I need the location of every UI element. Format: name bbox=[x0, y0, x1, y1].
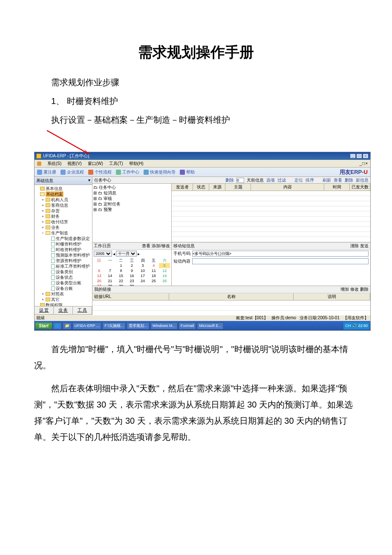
msg-options-button[interactable]: 选项 bbox=[266, 177, 275, 183]
taskbar-item[interactable]: Foxmail bbox=[179, 322, 196, 330]
tree-basic-archive[interactable]: 基础档案 bbox=[35, 191, 91, 197]
links-col-url[interactable]: 链接URL bbox=[92, 293, 169, 300]
mdi-minimize-button[interactable]: _ bbox=[360, 161, 362, 166]
links-col-desc[interactable]: 说明 bbox=[294, 293, 370, 300]
task-node-alert[interactable]: ⊞ 🗀 预警 bbox=[93, 207, 170, 212]
tree-std-process[interactable]: 标准工序资料维护 bbox=[46, 263, 91, 269]
menu-tools[interactable]: 工具(T) bbox=[109, 161, 123, 167]
month-select[interactable]: 十一月 bbox=[116, 251, 137, 257]
mdi-close-button[interactable]: × bbox=[365, 161, 368, 166]
tree-finance[interactable]: +财务 bbox=[41, 214, 91, 219]
tree-time-fence[interactable]: 时栅资料维护 bbox=[46, 241, 91, 247]
tree-inventory[interactable]: +存货 bbox=[41, 208, 91, 214]
tree-resource[interactable]: 资源资料维护 bbox=[46, 258, 91, 263]
taskbar-item[interactable]: Windows M... bbox=[150, 322, 178, 330]
calendar-view-button[interactable]: 查看 bbox=[142, 243, 150, 248]
days-input[interactable] bbox=[236, 178, 244, 183]
col-status[interactable]: 状态 bbox=[193, 184, 209, 191]
calendar-addmod-button[interactable]: 添加/修改 bbox=[152, 243, 170, 248]
msg-delete-button[interactable]: 删除 bbox=[225, 177, 234, 183]
task-node-scheduled[interactable]: ⊞ 🗀 定时任务 bbox=[93, 201, 170, 207]
system-tray[interactable]: CH 🔊 22:50 bbox=[343, 322, 369, 330]
task-node-approval[interactable]: ⊞ 🗀 审核 bbox=[93, 196, 170, 201]
taskbar-item[interactable]: Microsoft E... bbox=[197, 322, 224, 330]
body-line-1: 需求规划作业步骤 bbox=[34, 74, 358, 90]
calendar-panel: 工作日历 查看 添加/修改 2005 ◂ 十一月 ▸ bbox=[92, 243, 172, 286]
next-month-button[interactable]: ▸ bbox=[138, 251, 140, 256]
tray-icon[interactable]: 🔊 bbox=[352, 324, 357, 328]
msg-locate-button[interactable]: 定位 bbox=[294, 177, 303, 183]
task-node-root[interactable]: 🗀 任务中心 bbox=[93, 185, 170, 190]
quicklaunch-2[interactable]: 📁 bbox=[63, 322, 72, 330]
toolbar-workcenter[interactable]: 工作中心 bbox=[116, 169, 139, 175]
task-tree: 🗀 任务中心 ⊞ 🗀 短消息 ⊞ 🗀 审核 ⊞ 🗀 定时任务 ⊞ 🗀 预警 bbox=[92, 184, 172, 242]
toolbar-enterprise-flow[interactable]: 企业流程 bbox=[61, 169, 84, 175]
tree-time-grid[interactable]: 时格资料维护 bbox=[46, 247, 91, 252]
msg-delete2-button[interactable]: 删除 bbox=[345, 177, 353, 183]
tab-tools[interactable]: 工 具 bbox=[73, 306, 92, 314]
menu-view[interactable]: 视图(V) bbox=[67, 161, 81, 167]
task-node-sms[interactable]: ⊞ 🗀 短消息 bbox=[93, 190, 170, 196]
tree-equip-status[interactable]: 设备状态 bbox=[46, 275, 91, 280]
tree-equip-type[interactable]: 设备类别 bbox=[46, 269, 91, 275]
tree-org[interactable]: +机构人员 bbox=[41, 197, 91, 202]
help-icon bbox=[180, 170, 185, 175]
mdi-maximize-button[interactable]: □ bbox=[362, 161, 365, 166]
taskbar-item[interactable]: F:\实施模... bbox=[102, 322, 126, 330]
msg-view-button[interactable]: 查看 bbox=[334, 177, 342, 183]
toolbar-personal-flow[interactable]: 个性流程 bbox=[88, 169, 112, 175]
tree-business[interactable]: +业务 bbox=[41, 225, 91, 230]
tree-data-auth[interactable]: 数据权限 bbox=[35, 302, 91, 306]
msg-sort-button[interactable]: 排序 bbox=[306, 177, 314, 183]
sidebar-tabs: 设 置 业 务 工 具 bbox=[35, 306, 92, 314]
quicklaunch-1[interactable]: 🌐 bbox=[53, 322, 62, 330]
col-sent-days[interactable]: 已发天数 bbox=[350, 184, 370, 191]
tree-other[interactable]: +其它 bbox=[41, 297, 91, 302]
links-col-name[interactable]: 名称 bbox=[169, 293, 294, 300]
col-time[interactable]: 时间 bbox=[324, 184, 350, 191]
toolbar-help[interactable]: 帮助 bbox=[180, 169, 195, 175]
tree-compare[interactable]: +对照表 bbox=[41, 291, 91, 297]
msg-new-button[interactable]: 新信息 bbox=[356, 177, 369, 183]
sms-phone-input[interactable] bbox=[192, 251, 369, 257]
taskbar-item[interactable]: 需求规划... bbox=[127, 322, 150, 330]
menu-system[interactable]: 系统(S) bbox=[47, 161, 61, 167]
start-button[interactable]: Start bbox=[35, 323, 52, 329]
menu-window[interactable]: 窗口(W) bbox=[88, 161, 103, 167]
taskbar-item[interactable]: UFIDA-ERP ... bbox=[72, 322, 101, 330]
col-source[interactable]: 来源 bbox=[209, 184, 225, 191]
toolbar-wizard[interactable]: 快速使用向导 bbox=[144, 169, 176, 175]
sms-send-button[interactable]: 发送 bbox=[360, 243, 369, 248]
minimize-button[interactable]: _ bbox=[350, 153, 356, 159]
sms-content-input[interactable] bbox=[192, 258, 369, 264]
col-subject[interactable]: 主题 bbox=[225, 184, 251, 191]
col-sender[interactable]: 发送者 bbox=[172, 184, 193, 191]
prev-month-button[interactable]: ◂ bbox=[113, 251, 115, 256]
tree-equip-type-ledger[interactable]: 设备类型台账 bbox=[46, 280, 91, 286]
tab-business[interactable]: 业 务 bbox=[54, 306, 73, 314]
sms-clear-button[interactable]: 清除 bbox=[350, 243, 359, 248]
tree-basic-info[interactable]: 基本信息 bbox=[35, 186, 91, 191]
links-add-button[interactable]: 增加 bbox=[340, 287, 349, 292]
msg-filter-button[interactable]: 过滤 bbox=[277, 177, 286, 183]
toolbar-reregister[interactable]: 重注册 bbox=[37, 169, 56, 175]
grid-row bbox=[172, 191, 370, 196]
maximize-button[interactable]: □ bbox=[356, 153, 362, 159]
tree-settlement[interactable]: +收付结算 bbox=[41, 219, 91, 225]
menu-help[interactable]: 帮助(H) bbox=[129, 161, 144, 167]
tree-forecast[interactable]: 预测版本资料维护 bbox=[46, 252, 91, 258]
year-select[interactable]: 2005 bbox=[94, 251, 112, 257]
links-modify-button[interactable]: 修改 bbox=[350, 287, 359, 292]
sidebar-pin-icon[interactable]: ▾ bbox=[88, 178, 90, 184]
links-delete-button[interactable]: 删除 bbox=[360, 287, 369, 292]
tree-manufacture[interactable]: −生产制造 bbox=[41, 230, 91, 236]
lang-indicator[interactable]: CH bbox=[345, 324, 351, 328]
col-content[interactable]: 内容 bbox=[251, 184, 324, 191]
svg-line-0 bbox=[47, 130, 89, 154]
msg-refresh-button[interactable]: 刷新 bbox=[323, 177, 331, 183]
tree-equip-ledger[interactable]: 设备台账 bbox=[46, 286, 91, 291]
tab-setting[interactable]: 设 置 bbox=[35, 306, 54, 314]
tree-mfg-param[interactable]: 生产制造参数设定 bbox=[46, 236, 91, 241]
tree-customer[interactable]: +客商信息 bbox=[41, 202, 91, 208]
close-button[interactable]: × bbox=[363, 153, 369, 159]
